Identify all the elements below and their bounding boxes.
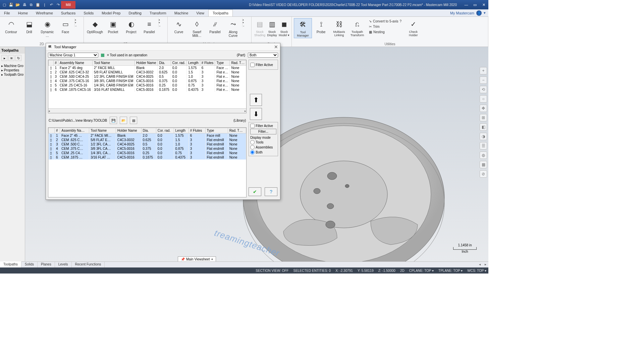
bottom-tab-solids[interactable]: Solids [21,262,38,267]
project-button[interactable]: ◐Project [122,18,140,35]
user-avatar-icon[interactable]: 👤 [476,10,482,16]
paste-icon[interactable]: 📋 [35,2,41,8]
bottom-tab-levels[interactable]: Levels [55,262,72,267]
tp-select-icon[interactable]: ▸ [1,55,7,61]
menu-solids[interactable]: Solids [79,9,98,16]
tp-refresh-icon[interactable]: ↻ [15,55,21,61]
view-icon[interactable]: ◑ [480,133,487,140]
display-both-radio[interactable] [250,150,255,155]
table-row[interactable]: ▯1Face 2'' 45 …2'' FACE MI…Blank2.00.01.… [49,133,246,138]
new-icon[interactable]: ▢ [1,2,7,8]
contour-button[interactable]: ◠Contour [2,18,20,35]
table-row[interactable]: ▯3CEM .500 C…1/2 3FL CA…C4C4-00250.50.01… [49,142,246,146]
probe-button[interactable]: ⟟Probe [312,18,330,35]
curve-button[interactable]: ∿Curve [170,18,188,35]
wireframe-icon[interactable]: ☰ [480,142,487,149]
material-icon[interactable]: ▦ [480,161,487,168]
pan-icon[interactable]: ✥ [480,105,487,112]
menu-file[interactable]: File [0,9,14,16]
toolpath-transform-button[interactable]: ⎌Toolpath Transform [348,18,366,38]
trim-link[interactable]: ✂Trim [368,24,403,29]
save-icon[interactable]: 💾 [8,2,14,8]
dynamic-button[interactable]: ◉Dynamic … [38,18,56,38]
fit-icon[interactable]: ○ [480,95,487,103]
table-row[interactable]: ▯5CEM .25 C4…1/4 3FL CA…C4C5-00160.250.0… [49,151,246,155]
menu-transform[interactable]: Transform [146,9,170,16]
filter-active-upper-checkbox[interactable] [250,63,255,67]
menu-toolpaths[interactable]: Toolpaths [208,9,233,16]
3d-gallery-expand[interactable]: ▴▾⌄ [158,18,163,27]
table-header-row[interactable]: #Assembly NameTool NameHolder NameDia.Co… [49,60,246,66]
open-library-icon[interactable]: 📂 [120,117,127,124]
nesting-link[interactable]: ▦Nesting [368,29,403,35]
status-cplane[interactable]: CPLANE: TOP ▾ [409,269,434,273]
face-button[interactable]: ▭Face [56,18,74,35]
status-mode[interactable]: 2D [400,269,405,273]
multiaxis-linking-button[interactable]: ⛓Multiaxis Linking [330,18,348,38]
display-tools-radio[interactable] [250,140,255,144]
drill-button[interactable]: ⬓Drill [20,18,38,35]
part-filter-select[interactable]: Both [248,53,278,58]
menu-machine[interactable]: Machine [170,9,193,16]
parallel-button[interactable]: ≡Parallel [140,18,158,35]
table-row[interactable]: ▯3CEM .500 C4C4-251/2 3FL CARB FINISH EM… [49,74,246,79]
table-row[interactable]: ▯4CEM .375 C4C5-163/8 3FL CARB FINISH EM… [49,79,246,83]
tree-toolpath-group[interactable]: ▸ Toolpath Group [1,72,23,77]
my-mastercam-link[interactable]: My Mastercam [450,11,474,15]
undo-icon[interactable]: ↶ [48,2,54,8]
shade-icon[interactable]: ◍ [480,152,487,159]
copy-icon[interactable]: ⧉ [28,2,34,8]
help-dropdown-icon[interactable]: ▾ [484,11,486,15]
move-up-button[interactable]: ⬆ [250,94,262,106]
maximize-icon[interactable]: ▭ [472,3,478,7]
menu-modelprep[interactable]: Model Prep [98,9,124,16]
close-icon[interactable]: ✕ [480,3,487,7]
menu-drafting[interactable]: Drafting [124,9,146,16]
along-curve-button[interactable]: ⤳Along Curve [224,18,242,38]
zoom-in-icon[interactable]: + [480,67,487,74]
table-header-row[interactable]: #Assembly Na…Tool NameHolder NameDia.Cor… [49,128,246,133]
move-down-button[interactable]: ⬇ [250,108,262,120]
stock-display-button[interactable]: ▥Stock Display [266,18,278,38]
menu-wireframe[interactable]: Wireframe [32,9,57,16]
toolpaths-tree[interactable]: ▸ Machine Group 1 ▸ Properties ▸ Toolpat… [0,62,25,78]
filter-button[interactable]: Filter... [250,129,276,134]
save-library-icon[interactable]: 💾 [110,117,117,124]
bottom-tab-planes[interactable]: Planes [38,262,55,267]
bottom-tab-toolpaths[interactable]: Toolpaths [0,261,21,267]
tree-machine-group[interactable]: ▸ Machine Group 1 [1,64,23,68]
multi-gallery-expand[interactable]: ▴▾⌄ [242,18,247,27]
table-row[interactable]: ▯2CEM .625 C…5/8 FLAT E…C4C3-00320.6250.… [49,138,246,142]
table-row[interactable]: ▯2CEM .625 C4C3-325/8 FLAT ENDMILLC4C3-0… [49,70,246,74]
table-row[interactable]: ▯4CEM .375 C…3/8 3FL CA…C4C5-00160.3750.… [49,146,246,151]
machine-group-select[interactable]: Machine Group 1 [48,53,98,58]
new-library-icon[interactable]: ▤ [130,117,137,124]
ok-button[interactable]: ✔ [249,187,261,196]
horizontal-scrollbar[interactable]: ◂▸ [48,108,246,113]
filter-active-lower-checkbox[interactable] [250,124,255,128]
tp-toggle-icon[interactable]: ≋ [8,55,14,61]
dialog-close-icon[interactable]: ✕ [274,44,278,50]
status-section-view[interactable]: SECTION VIEW: OFF [256,269,288,273]
zoom-out-icon[interactable]: − [480,76,487,84]
help-button[interactable]: ? [265,187,277,196]
tool-manager-button[interactable]: 🛠Tool Manager [294,18,312,38]
open-icon[interactable]: 📂 [15,2,21,8]
menu-home[interactable]: Home [14,9,32,16]
stock-model-button[interactable]: ◼Stock Model ▾ [278,18,290,38]
table-row[interactable]: ▯5CEM .25 C4C5-161/4 3FL CARB FINISH EMC… [49,83,246,87]
check-holder-button[interactable]: ✓Check Holder [404,18,422,38]
tab-scroll-right-icon[interactable]: ▸ [483,262,488,267]
table-row[interactable]: ▯6CEM .1875 C4C5-163/16 FLAT ENDMILLC4C5… [49,87,246,92]
align-icon[interactable]: ⊞ [480,114,487,121]
status-tplane[interactable]: TPLANE: TOP ▾ [438,269,463,273]
display-assemblies-radio[interactable] [250,145,255,149]
table-row[interactable]: ▯6CEM .1875 …3/16 FLAT …C4C5-00160.18750… [49,155,246,160]
optirough-button[interactable]: ◆OptiRough [86,18,104,35]
menu-surfaces[interactable]: Surfaces [57,9,79,16]
pocket-button[interactable]: ▣Pocket [104,18,122,35]
status-wcs[interactable]: WCS: TOP ▾ [467,269,486,273]
convert-5axis-link[interactable]: ➘Convert to 5-axis? [368,19,403,24]
tab-scroll-left-icon[interactable]: ◂ [477,262,483,267]
print-icon[interactable]: 🖶 [21,2,28,8]
